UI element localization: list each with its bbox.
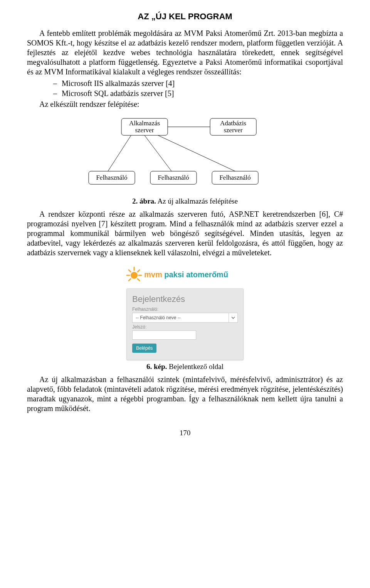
user-label-3: Felhasználó [219,174,251,181]
intro-paragraph: A fentebb említett problémák megoldására… [27,29,343,77]
page-title: AZ „ÚJ KEL PROGRAM [27,12,343,22]
password-input[interactable] [132,330,196,340]
svg-line-16 [138,279,140,281]
body-paragraph-3: Az új alkalmazásban a felhasználói szint… [27,375,343,413]
svg-point-9 [131,272,138,279]
brand-text-mvm: mvm [144,270,162,279]
username-select-value: -- Felhasználó neve -- [136,315,181,320]
svg-line-12 [138,270,140,272]
body-paragraph-2: A rendszer központi része az alkalmazás … [27,209,343,258]
page-number: 170 [27,429,343,437]
sub-intro: Az elkészült rendszer felépítése: [27,99,343,109]
app-server-label-2: szerver [135,126,154,134]
figure-text-1: Az új alkalmazás felépítése [156,197,238,205]
user-label-1: Felhasználó [96,174,127,181]
list-item: Microsoft SQL adatbázis szerver [5] [53,88,343,98]
sun-icon [126,266,143,283]
login-button[interactable]: Belépés [132,344,156,353]
figure-text-2: Bejelentkező oldal [167,362,224,371]
chevron-down-icon [229,313,237,322]
username-label: Felhasználó: [132,307,238,312]
figure-caption-1: 2. ábra. Az új alkalmazás felépítése [27,197,343,206]
password-label: Jelszó: [132,324,238,330]
figure-caption-2: 6. kép. Bejelentkező oldal [27,362,343,371]
bullet-list: Microsoft IIS alkalmazás szerver [4] Mic… [27,78,343,98]
svg-line-3 [108,135,131,171]
app-server-label-1: Alkalmazás [129,120,160,127]
svg-line-11 [129,270,131,272]
svg-line-15 [129,279,131,281]
svg-line-5 [158,135,235,171]
list-item: Microsoft IIS alkalmazás szerver [4] [53,78,343,88]
brand-text-paksi: paksi atomerőmű [162,270,228,279]
login-title: Bejelentkezés [132,294,238,304]
document-page: AZ „ÚJ KEL PROGRAM A fentebb említett pr… [0,0,370,453]
user-label-2: Felhasználó [158,174,189,181]
db-server-label-2: szerver [224,126,242,134]
login-form: Bejelentkezés Felhasználó: -- Felhasznál… [126,288,244,360]
architecture-diagram: Alkalmazás szerver Adatbázis szerver Fel… [27,111,343,194]
db-server-label-1: Adatbázis [220,120,246,127]
username-select[interactable]: -- Felhasználó neve -- [132,313,238,323]
svg-line-4 [145,135,172,171]
figure-number-1: 2. ábra. [132,197,156,205]
login-screenshot: mvm paksi atomerőmű Bejelentkezés Felhas… [27,263,343,360]
brand-row: mvm paksi atomerőmű [123,263,247,288]
figure-number-2: 6. kép. [146,362,167,371]
